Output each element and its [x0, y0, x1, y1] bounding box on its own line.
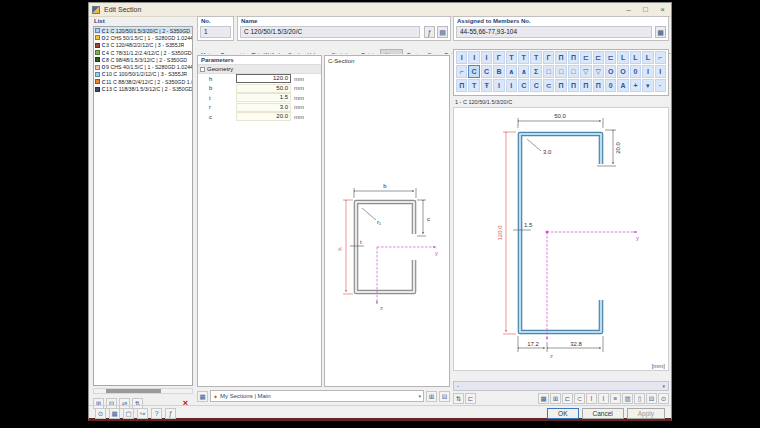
geometry-group-row[interactable]: Geometry — [198, 65, 321, 74]
parts-view-icon[interactable]: ⊂ — [574, 393, 585, 404]
parameter-value-field[interactable]: 120.0 — [236, 74, 291, 83]
list-item[interactable]: C 8 C 98/48/1.5/3/12/C | 2 - S350GD — [94, 56, 192, 63]
formula-button[interactable]: ƒ — [424, 26, 435, 38]
section-shape-button[interactable]: ⊏ — [605, 51, 616, 64]
section-shape-button[interactable]: I — [655, 65, 666, 78]
zoom-icon[interactable]: ⊙ — [658, 393, 669, 404]
minimize-button[interactable]: – — [620, 3, 637, 16]
apply-button[interactable]: Apply — [627, 408, 665, 419]
section-shape-button[interactable]: Π — [555, 51, 566, 64]
list-horizontal-scrollbar[interactable] — [93, 388, 193, 394]
favorites-dropdown[interactable]: ✦ My Sections | Main ▾ — [210, 390, 424, 402]
section-shape-button[interactable]: Π — [555, 79, 566, 92]
section-shape-button[interactable]: ⌐ — [655, 51, 666, 64]
parameter-value-field[interactable]: 3.0 — [236, 103, 291, 112]
outline-icon[interactable]: ⊏ — [465, 393, 476, 404]
number-field[interactable]: 1 — [200, 26, 231, 38]
section-shape-button[interactable]: Π — [568, 79, 579, 92]
jump-to-icon[interactable]: ↪ — [137, 408, 148, 419]
titlebar[interactable]: Edit Section – □ × — [89, 3, 671, 17]
section-view-alt-icon[interactable]: I — [598, 393, 609, 404]
section-shape-button[interactable]: T — [518, 51, 529, 64]
parameter-row[interactable]: h 120.0 mm — [198, 74, 321, 84]
cancel-button[interactable]: Cancel — [582, 408, 624, 419]
display-options-icon[interactable]: ▥ — [622, 393, 633, 404]
section-shape-button[interactable]: C — [468, 65, 479, 78]
tab[interactable]: Parts — [403, 50, 424, 54]
section-shape-button[interactable]: L — [630, 51, 641, 64]
select-members-button[interactable]: ▦ — [655, 26, 666, 38]
section-shape-button[interactable]: Π — [456, 79, 467, 92]
list-item[interactable]: C 3 C 120/48/2/2/12/C | 3 - S355JR — [94, 42, 192, 49]
section-shape-button[interactable]: ⊂ — [543, 79, 554, 92]
formula-icon[interactable]: ƒ — [165, 408, 176, 419]
help-icon[interactable]: ? — [151, 408, 162, 419]
section-shape-button[interactable]: Γ — [493, 51, 504, 64]
section-shape-button[interactable]: □ — [555, 65, 566, 78]
new-favorites-group-button[interactable]: ⊞ — [426, 391, 437, 402]
section-shape-button[interactable]: ▽ — [580, 65, 591, 78]
parameter-row[interactable]: b 50.0 mm — [198, 84, 321, 94]
diagram-view-icon[interactable]: ▦ — [538, 393, 549, 404]
section-shape-button[interactable]: Π — [580, 79, 591, 92]
name-field[interactable]: C 120/50/1.5/3/20/C — [240, 26, 420, 38]
parameter-row[interactable]: t 1.5 mm — [198, 93, 321, 103]
close-button[interactable]: × — [654, 3, 671, 16]
list-item[interactable]: C 13 C 118/38/1.5/3/12/C | 2 - S350GD — [94, 85, 192, 92]
section-shape-button[interactable]: 0 — [605, 79, 616, 92]
section-shape-button[interactable]: T — [530, 51, 541, 64]
parameter-value-field[interactable]: 50.0 — [236, 84, 291, 93]
section-shape-button[interactable]: Σ — [530, 65, 541, 78]
view-dropdown[interactable]: - ▾ — [453, 381, 669, 391]
section-library-icon[interactable]: ▦ — [197, 391, 208, 402]
scrollbar-thumb[interactable] — [106, 389, 161, 393]
parameter-value-field[interactable]: 20.0 — [236, 112, 291, 121]
parameter-value-field[interactable]: 1.5 — [236, 93, 291, 102]
section-shape-button[interactable]: ⌐ — [456, 65, 467, 78]
section-shape-button[interactable]: ⊏ — [593, 51, 604, 64]
section-shape-button[interactable]: ▾ — [642, 79, 653, 92]
stress-points-view-icon[interactable]: ⊏ — [562, 393, 573, 404]
section-shape-button[interactable]: Γ — [543, 51, 554, 64]
tab[interactable]: Points — [357, 50, 380, 54]
section-shape-button[interactable]: I — [468, 51, 479, 64]
parameter-row[interactable]: r 3.0 mm — [198, 103, 321, 113]
save-to-favorites-button[interactable]: ⊟ — [439, 391, 450, 402]
section-shape-button[interactable]: L — [642, 51, 653, 64]
section-shape-button[interactable]: T — [468, 79, 479, 92]
section-shape-button[interactable]: C — [530, 79, 541, 92]
list-item[interactable]: C 10 C 100/50/1/2/12/C | 3 - S355JR — [94, 71, 192, 78]
print-icon[interactable]: ⊟ — [646, 393, 657, 404]
section-shape-button[interactable]: A — [617, 79, 628, 92]
geometry-checkbox[interactable] — [200, 67, 205, 72]
section-shape-button[interactable]: □ — [543, 65, 554, 78]
assigned-members-field[interactable]: 44-55,66-77,93-104 — [456, 26, 652, 38]
section-shape-button[interactable]: I — [456, 51, 467, 64]
find-icon[interactable]: ⊙ — [95, 408, 106, 419]
section-shape-button[interactable]: · — [655, 79, 666, 92]
list-item[interactable]: C 1 C 120/50/1.5/3/20/C | 2 - S350GD — [94, 27, 192, 34]
section-shape-button[interactable]: ⊏ — [580, 51, 591, 64]
ok-button[interactable]: OK — [547, 408, 578, 419]
section-shape-button[interactable]: I — [493, 79, 504, 92]
tab[interactable]: Statistics — [328, 50, 358, 54]
tab[interactable]: Parametric - Thin-Walled — [217, 50, 284, 54]
list-item[interactable]: C 11 C 88/38/2/4/12/C | 2 - S350GD 1.0 — [94, 78, 192, 85]
section-shape-button[interactable]: B — [493, 65, 504, 78]
numbering-icon[interactable]: ⇅ — [453, 393, 464, 404]
section-shape-button[interactable]: □ — [568, 65, 579, 78]
section-shape-button[interactable]: Ŧ — [481, 79, 492, 92]
section-shape-button[interactable]: I — [506, 79, 517, 92]
section-view-icon[interactable]: I — [586, 393, 597, 404]
section-shape-button[interactable]: O — [617, 65, 628, 78]
section-shape-button[interactable]: Π — [593, 79, 604, 92]
list-item[interactable]: C 4 C 78/31/1.2/2.4/12/C | 2 - S350GD — [94, 49, 192, 56]
maximize-button[interactable]: □ — [637, 3, 654, 16]
section-shape-button[interactable]: ∧ — [518, 65, 529, 78]
lines-view-icon[interactable]: ≡ — [610, 393, 621, 404]
section-library-button[interactable]: ▤ — [437, 26, 448, 38]
tab[interactable]: Main — [197, 50, 217, 54]
section-shape-button[interactable]: C — [518, 79, 529, 92]
section-list[interactable]: C 1 C 120/50/1.5/3/20/C | 2 - S350GD O 2… — [93, 26, 193, 386]
selection-mode-icon[interactable]: ▢ — [123, 408, 134, 419]
